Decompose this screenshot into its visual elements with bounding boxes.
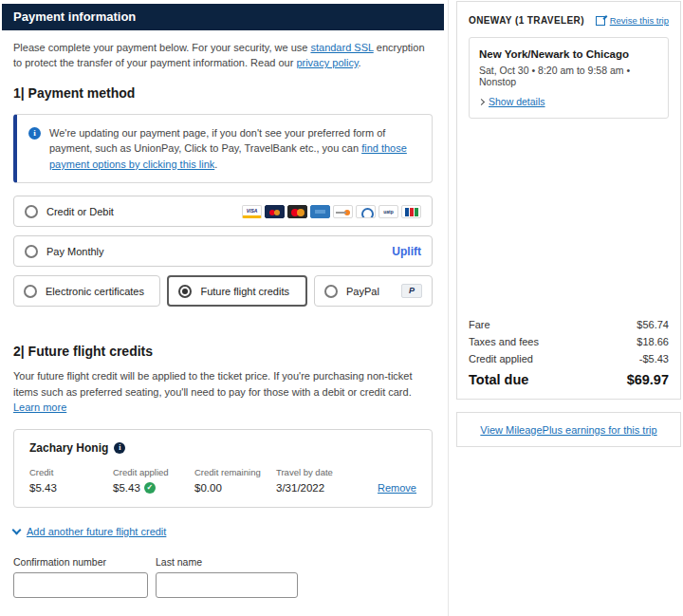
payment-option-electronic-certificates[interactable]: Electronic certificates bbox=[13, 275, 160, 307]
future-flight-credits-label: Future flight credits bbox=[200, 286, 289, 297]
credit-column: Credit $5.43 bbox=[29, 467, 113, 494]
radio-credit-debit[interactable] bbox=[25, 205, 38, 218]
travel-by-date-column: Travel by date 3/31/2022 bbox=[276, 467, 371, 494]
uatp-icon bbox=[378, 205, 398, 218]
electronic-certificates-label: Electronic certificates bbox=[46, 286, 144, 297]
fare-breakdown: Fare $56.74 Taxes and fees $18.66 Credit… bbox=[469, 313, 669, 387]
info-icon bbox=[28, 127, 41, 140]
credit-applied-amount: $5.43 bbox=[113, 482, 140, 494]
traveler-info-icon[interactable] bbox=[114, 442, 125, 454]
unionpay-icon bbox=[356, 205, 376, 218]
add-another-credit-link[interactable]: Add another future flight credit bbox=[13, 526, 433, 537]
panel-title: Payment information bbox=[2, 4, 444, 30]
total-due-row: Total due $69.97 bbox=[469, 372, 669, 387]
radio-pay-monthly[interactable] bbox=[25, 245, 38, 258]
payment-option-future-flight-credits[interactable]: Future flight credits bbox=[167, 275, 307, 307]
flight-datetime: Sat, Oct 30 • 8:20 am to 9:58 am • Nonst… bbox=[479, 65, 658, 87]
flight-segment-card: New York/Newark to Chicago Sat, Oct 30 •… bbox=[469, 37, 669, 119]
edit-icon bbox=[596, 15, 606, 26]
jcb-icon bbox=[401, 205, 421, 218]
confirmation-number-label: Confirmation number bbox=[13, 556, 156, 568]
add-another-credit-label: Add another future flight credit bbox=[27, 526, 166, 537]
last-name-input[interactable] bbox=[156, 572, 298, 598]
mastercard-icon bbox=[287, 205, 307, 218]
future-flight-credits-desc: Your future flight credit will be applie… bbox=[13, 368, 433, 416]
last-name-label: Last name bbox=[156, 556, 298, 568]
paypal-icon bbox=[401, 284, 422, 298]
credit-applied-value: $5.43 bbox=[113, 482, 194, 494]
intro-text-part: Please complete your payment below. For … bbox=[13, 42, 310, 53]
chevron-down-icon bbox=[12, 525, 22, 534]
credit-applied-label: Credit applied bbox=[113, 467, 194, 477]
notice-text-part: . bbox=[214, 159, 217, 170]
revise-trip-label: Revise this trip bbox=[610, 15, 669, 26]
visa-icon bbox=[242, 205, 262, 218]
uplift-logo: Uplift bbox=[392, 245, 421, 258]
chevron-right-icon bbox=[478, 98, 485, 104]
credit-applied-row: Credit applied -$5.43 bbox=[469, 353, 669, 364]
fare-value: $56.74 bbox=[637, 319, 669, 330]
payment-option-paypal[interactable]: PayPal bbox=[314, 275, 433, 307]
future-flight-credits-heading: 2| Future flight credits bbox=[13, 344, 433, 359]
credit-value: $5.43 bbox=[29, 482, 113, 494]
pay-monthly-label: Pay Monthly bbox=[46, 246, 104, 257]
credit-debit-label: Credit or Debit bbox=[46, 206, 114, 217]
notice-text: We're updating our payment page, if you … bbox=[49, 125, 420, 173]
radio-future-flight-credits[interactable] bbox=[178, 285, 192, 298]
credit-applied-row-value: -$5.43 bbox=[639, 353, 669, 364]
flight-route: New York/Newark to Chicago bbox=[479, 48, 658, 60]
travel-by-date-label: Travel by date bbox=[276, 467, 371, 477]
confirmation-number-input[interactable] bbox=[13, 572, 148, 598]
credit-label: Credit bbox=[29, 467, 113, 477]
trip-type-label: ONEWAY (1 TRAVELER) bbox=[469, 15, 584, 26]
traveler-name: Zachary Honig bbox=[29, 441, 108, 455]
card-brand-icons bbox=[242, 205, 421, 218]
total-due-label: Total due bbox=[469, 372, 528, 387]
credit-remaining-value: $0.00 bbox=[194, 482, 276, 494]
check-icon bbox=[144, 482, 156, 494]
intro-text: Please complete your payment below. For … bbox=[13, 41, 433, 71]
payment-method-heading: 1| Payment method bbox=[13, 85, 433, 101]
standard-ssl-link[interactable]: standard SSL bbox=[310, 42, 373, 53]
visa-dark-icon bbox=[265, 205, 285, 218]
credit-remaining-column: Credit remaining $0.00 bbox=[194, 467, 276, 494]
radio-electronic-certificates[interactable] bbox=[24, 285, 37, 298]
amex-icon bbox=[310, 205, 330, 218]
show-details-link[interactable]: Show details bbox=[479, 96, 658, 107]
payment-update-notice: We're updating our payment page, if you … bbox=[13, 114, 433, 184]
show-details-label: Show details bbox=[489, 96, 545, 107]
revise-trip-link[interactable]: Revise this trip bbox=[596, 15, 669, 26]
radio-paypal[interactable] bbox=[324, 285, 338, 298]
column-divider bbox=[448, 0, 449, 616]
credit-applied-row-label: Credit applied bbox=[469, 353, 533, 364]
credit-remaining-label: Credit remaining bbox=[194, 467, 276, 477]
payment-option-pay-monthly[interactable]: Pay Monthly Uplift bbox=[13, 235, 433, 267]
notice-text-part: We're updating our payment page, if you … bbox=[49, 127, 385, 155]
taxes-value: $18.66 bbox=[637, 336, 669, 347]
discover-icon bbox=[333, 205, 353, 218]
mileageplus-earnings-button[interactable]: View MileagePlus earnings for this trip bbox=[456, 412, 681, 447]
taxes-label: Taxes and fees bbox=[469, 336, 539, 347]
trip-summary-panel: ONEWAY (1 TRAVELER) Revise this trip New… bbox=[456, 1, 681, 400]
intro-text-part: . bbox=[359, 57, 361, 68]
mileageplus-earnings-label: View MileagePlus earnings for this trip bbox=[480, 424, 656, 436]
desc-text-part: Your future flight credit will be applie… bbox=[13, 370, 413, 398]
learn-more-link[interactable]: Learn more bbox=[13, 401, 66, 413]
payment-panel: Payment information Please complete your… bbox=[2, 4, 444, 612]
fare-label: Fare bbox=[469, 319, 490, 330]
privacy-policy-link[interactable]: privacy policy bbox=[296, 57, 358, 68]
flight-credit-card: Zachary Honig Credit $5.43 Credit applie… bbox=[13, 429, 433, 508]
credit-applied-column: Credit applied $5.43 bbox=[113, 467, 194, 494]
taxes-row: Taxes and fees $18.66 bbox=[469, 336, 669, 347]
travel-by-date-value: 3/31/2022 bbox=[276, 482, 371, 494]
fare-row: Fare $56.74 bbox=[469, 319, 669, 330]
payment-option-credit-debit[interactable]: Credit or Debit bbox=[13, 196, 433, 227]
paypal-label: PayPal bbox=[346, 286, 379, 297]
remove-credit-link[interactable]: Remove bbox=[378, 482, 416, 494]
total-due-value: $69.97 bbox=[627, 372, 669, 387]
